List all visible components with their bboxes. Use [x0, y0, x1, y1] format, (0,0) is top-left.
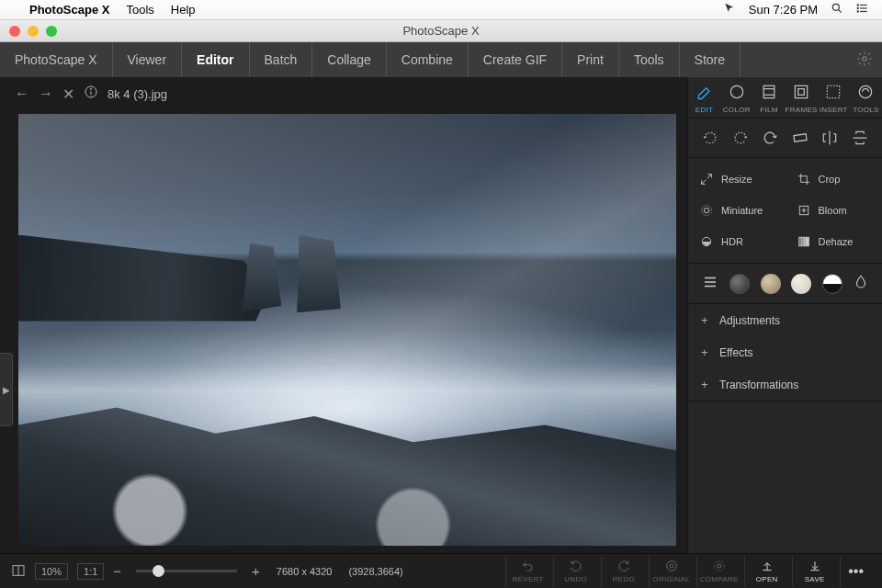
close-file-icon[interactable]: ✕ [62, 85, 74, 103]
settings-gear-icon[interactable] [856, 51, 873, 70]
accordion-effects[interactable]: +Effects [688, 336, 882, 368]
more-button[interactable]: ••• [840, 556, 871, 587]
macos-menubar: PhotoScape X Tools Help Sun 7:26 PM [0, 0, 882, 20]
image-canvas[interactable] [18, 114, 676, 546]
swatch-contrast[interactable] [822, 274, 842, 294]
zoom-slider[interactable] [136, 570, 237, 572]
info-icon[interactable] [84, 85, 98, 103]
svg-point-19 [860, 85, 872, 97]
svg-point-0 [832, 4, 839, 10]
tab-create-gif[interactable]: Create GIF [469, 42, 562, 77]
zoom-in-icon[interactable]: + [252, 563, 260, 579]
rotate-ccw-icon[interactable] [700, 128, 720, 148]
svg-point-38 [714, 561, 724, 571]
accordion-adjustments[interactable]: +Adjustments [688, 304, 882, 336]
undo-button[interactable]: UNDO [553, 556, 597, 587]
window-title: PhotoScape X [0, 24, 882, 38]
original-button[interactable]: ORIGINAL [649, 556, 693, 587]
menubar-app-name[interactable]: PhotoScape X [29, 3, 109, 17]
swatch-warm[interactable] [761, 274, 781, 294]
tool-tab-edit[interactable]: EDIT [688, 77, 720, 118]
window-minimize-button[interactable] [28, 26, 39, 37]
tab-store[interactable]: Store [680, 42, 741, 77]
svg-point-8 [863, 56, 867, 61]
rotate-cw-icon[interactable] [730, 128, 751, 148]
flip-vertical-icon[interactable] [850, 128, 870, 148]
tab-print[interactable]: Print [562, 42, 619, 77]
compare-button[interactable]: COMPARE [696, 556, 741, 587]
tab-combine[interactable]: Combine [387, 42, 469, 77]
menubar-item-help[interactable]: Help [171, 3, 196, 17]
tool-resize[interactable]: Resize [688, 164, 786, 195]
tool-bloom[interactable]: Bloom [786, 195, 883, 226]
image-dimensions: 7680 x 4320 [277, 566, 333, 577]
zoom-value[interactable]: 10% [35, 563, 68, 580]
svg-rect-17 [798, 89, 805, 96]
svg-rect-18 [828, 85, 840, 97]
svg-rect-30 [806, 237, 808, 245]
menubar-item-tools[interactable]: Tools [126, 3, 153, 17]
window-titlebar: PhotoScape X [0, 20, 882, 42]
save-button[interactable]: SAVE [792, 556, 836, 587]
tool-tab-insert[interactable]: INSERT [818, 77, 850, 118]
svg-rect-13 [763, 85, 775, 97]
sidebar-expand-handle[interactable]: ▶ [0, 353, 13, 426]
spotlight-icon[interactable] [831, 2, 843, 17]
tab-viewer[interactable]: Viewer [113, 42, 183, 77]
tool-tab-color[interactable]: COLOR [720, 77, 752, 118]
swatch-list-icon[interactable] [701, 274, 719, 293]
swatch-drop-icon[interactable] [853, 273, 869, 294]
traffic-lights [9, 26, 57, 37]
redo-button[interactable]: REDO [601, 556, 645, 587]
svg-rect-20 [794, 134, 807, 141]
tool-hdr[interactable]: HDR [688, 226, 786, 257]
compare-split-icon[interactable] [11, 563, 26, 580]
app-tabs: PhotoScape X Viewer Editor Batch Collage… [0, 42, 882, 77]
tool-tab-film[interactable]: FILM [752, 77, 785, 118]
tool-tab-tools[interactable]: TOOLS [850, 77, 882, 118]
cursor-position: (3928,3664) [348, 566, 402, 577]
svg-point-22 [702, 206, 712, 216]
tab-photoscape[interactable]: PhotoScape X [9, 42, 113, 77]
rotate-90-icon[interactable] [760, 128, 780, 148]
svg-rect-16 [795, 85, 807, 97]
svg-point-21 [704, 208, 708, 212]
file-name: 8k 4 (3).jpg [107, 87, 167, 101]
svg-point-7 [857, 11, 858, 12]
swatch-light[interactable] [791, 274, 811, 294]
photo-preview [18, 114, 676, 546]
tab-batch[interactable]: Batch [250, 42, 313, 77]
svg-point-6 [857, 7, 858, 8]
menubar-clock[interactable]: Sun 7:26 PM [749, 3, 818, 17]
window-close-button[interactable] [9, 26, 20, 37]
zoom-ratio[interactable]: 1:1 [77, 563, 104, 580]
tab-collage[interactable]: Collage [312, 42, 386, 77]
straighten-icon[interactable] [790, 128, 810, 148]
right-panel: EDIT COLOR FILM FRAMES INSERT [687, 77, 882, 553]
flip-horizontal-icon[interactable] [820, 128, 840, 148]
nav-forward-icon[interactable]: → [39, 85, 53, 102]
svg-point-5 [857, 5, 858, 6]
svg-line-1 [839, 10, 842, 13]
open-button[interactable]: OPEN [744, 556, 788, 587]
bottom-bar: 10% 1:1 − + 7680 x 4320 (3928,3664) REVE… [0, 553, 882, 588]
list-icon[interactable] [856, 2, 869, 17]
svg-point-12 [730, 85, 742, 97]
revert-button[interactable]: REVERT [505, 556, 549, 587]
svg-point-37 [670, 564, 673, 568]
tool-miniature[interactable]: Miniature [688, 195, 786, 226]
svg-point-36 [666, 561, 676, 571]
tool-dehaze[interactable]: Dehaze [786, 226, 883, 257]
tab-editor[interactable]: Editor [182, 42, 249, 77]
accordion-transformations[interactable]: +Transformations [688, 368, 882, 401]
tool-crop[interactable]: Crop [786, 164, 883, 195]
tool-tab-frames[interactable]: FRAMES [786, 77, 818, 118]
window-maximize-button[interactable] [46, 26, 57, 37]
zoom-out-icon[interactable]: − [113, 563, 121, 579]
tab-tools[interactable]: Tools [619, 42, 680, 77]
cursor-icon [723, 2, 736, 17]
svg-point-39 [718, 564, 721, 568]
nav-back-icon[interactable]: ← [15, 85, 29, 102]
canvas-area: ← → ✕ 8k 4 (3).jpg [0, 77, 687, 553]
swatch-gray[interactable] [729, 274, 750, 294]
